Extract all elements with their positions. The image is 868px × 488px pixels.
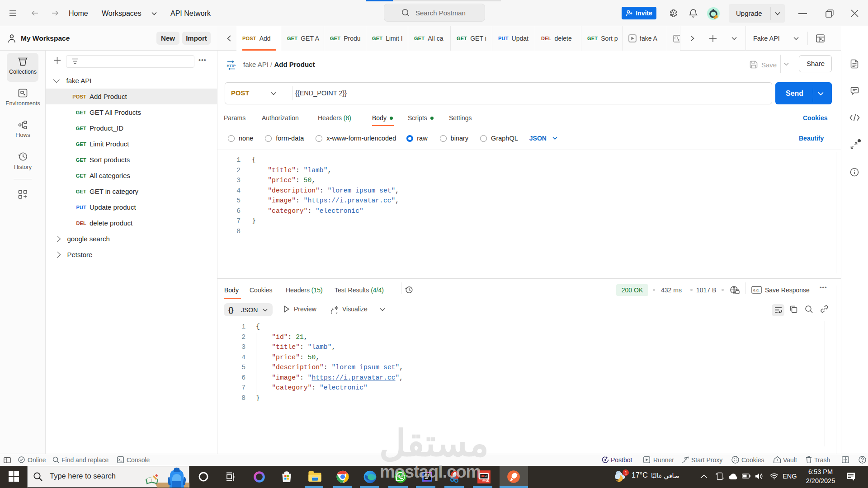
svg-text:1: 1: [625, 470, 627, 475]
svg-text:HTTP: HTTP: [227, 64, 236, 68]
svg-text:e.g.: e.g.: [753, 288, 760, 292]
